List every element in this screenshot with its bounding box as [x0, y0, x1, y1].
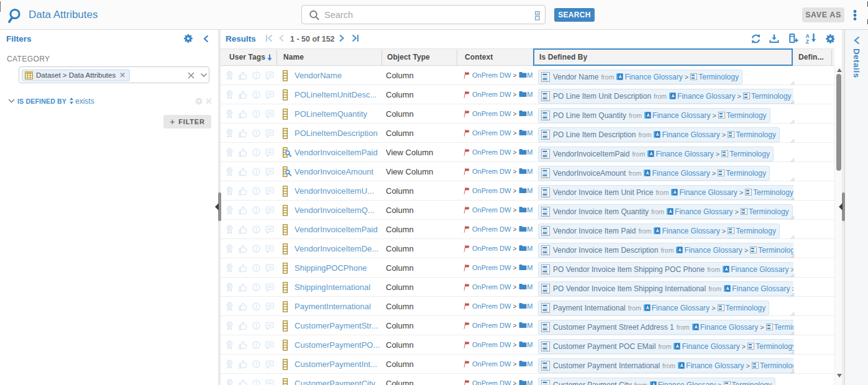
- svg-text:Z: Z: [806, 38, 809, 44]
